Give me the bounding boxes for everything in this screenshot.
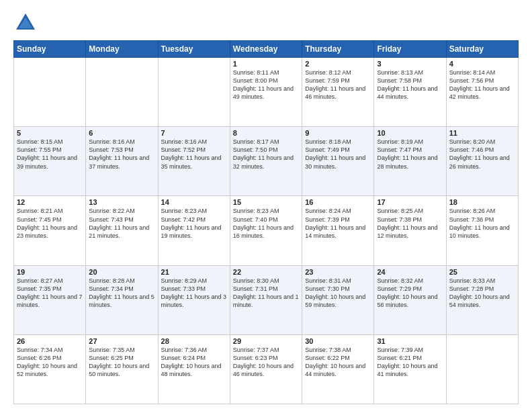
weekday-header-tuesday: Tuesday <box>158 41 230 58</box>
day-number: 9 <box>305 129 371 137</box>
weekday-header-friday: Friday <box>374 41 446 58</box>
day-info: Sunrise: 8:11 AM Sunset: 8:00 PM Dayligh… <box>233 68 299 101</box>
day-info: Sunrise: 8:14 AM Sunset: 7:56 PM Dayligh… <box>449 68 515 101</box>
day-cell: 26Sunrise: 7:34 AM Sunset: 6:26 PM Dayli… <box>14 334 86 404</box>
day-cell <box>446 334 518 404</box>
day-number: 24 <box>377 268 443 276</box>
day-number: 12 <box>17 198 83 206</box>
weekday-header-thursday: Thursday <box>302 41 374 58</box>
day-cell: 20Sunrise: 8:28 AM Sunset: 7:34 PM Dayli… <box>86 265 158 334</box>
day-info: Sunrise: 7:37 AM Sunset: 6:23 PM Dayligh… <box>233 346 299 379</box>
day-info: Sunrise: 7:39 AM Sunset: 6:21 PM Dayligh… <box>377 346 443 379</box>
weekday-header-wednesday: Wednesday <box>230 41 302 58</box>
day-info: Sunrise: 8:13 AM Sunset: 7:58 PM Dayligh… <box>377 68 443 101</box>
day-info: Sunrise: 8:28 AM Sunset: 7:34 PM Dayligh… <box>89 277 154 310</box>
day-number: 7 <box>161 129 227 137</box>
page: SundayMondayTuesdayWednesdayThursdayFrid… <box>0 0 532 411</box>
day-info: Sunrise: 8:15 AM Sunset: 7:55 PM Dayligh… <box>17 138 83 171</box>
day-number: 23 <box>305 268 371 276</box>
day-cell: 28Sunrise: 7:36 AM Sunset: 6:24 PM Dayli… <box>158 334 230 404</box>
day-info: Sunrise: 8:33 AM Sunset: 7:28 PM Dayligh… <box>449 277 515 310</box>
day-cell: 5Sunrise: 8:15 AM Sunset: 7:55 PM Daylig… <box>14 127 86 196</box>
day-cell: 29Sunrise: 7:37 AM Sunset: 6:23 PM Dayli… <box>230 334 302 404</box>
day-number: 15 <box>233 198 299 206</box>
logo <box>13 11 42 35</box>
day-info: Sunrise: 8:16 AM Sunset: 7:53 PM Dayligh… <box>89 138 154 171</box>
day-info: Sunrise: 7:34 AM Sunset: 6:26 PM Dayligh… <box>17 346 83 379</box>
day-number: 4 <box>449 60 515 68</box>
day-number: 8 <box>233 129 299 137</box>
day-number: 11 <box>449 129 515 137</box>
day-cell: 10Sunrise: 8:19 AM Sunset: 7:47 PM Dayli… <box>374 127 446 196</box>
day-number: 31 <box>377 337 443 345</box>
day-cell: 15Sunrise: 8:23 AM Sunset: 7:40 PM Dayli… <box>230 196 302 265</box>
day-number: 6 <box>89 129 154 137</box>
weekday-header-row: SundayMondayTuesdayWednesdayThursdayFrid… <box>14 41 519 58</box>
day-info: Sunrise: 8:18 AM Sunset: 7:49 PM Dayligh… <box>305 138 371 171</box>
week-row-2: 5Sunrise: 8:15 AM Sunset: 7:55 PM Daylig… <box>14 127 519 196</box>
weekday-header-sunday: Sunday <box>14 41 86 58</box>
day-info: Sunrise: 8:26 AM Sunset: 7:36 PM Dayligh… <box>449 207 515 240</box>
day-number: 2 <box>305 60 371 68</box>
day-info: Sunrise: 8:23 AM Sunset: 7:42 PM Dayligh… <box>161 207 227 240</box>
day-info: Sunrise: 7:36 AM Sunset: 6:24 PM Dayligh… <box>161 346 227 379</box>
day-info: Sunrise: 8:23 AM Sunset: 7:40 PM Dayligh… <box>233 207 299 240</box>
day-cell: 22Sunrise: 8:30 AM Sunset: 7:31 PM Dayli… <box>230 265 302 334</box>
day-number: 5 <box>17 129 83 137</box>
day-number: 16 <box>305 198 371 206</box>
day-info: Sunrise: 8:24 AM Sunset: 7:39 PM Dayligh… <box>305 207 371 240</box>
week-row-5: 26Sunrise: 7:34 AM Sunset: 6:26 PM Dayli… <box>14 334 519 404</box>
day-cell: 23Sunrise: 8:31 AM Sunset: 7:30 PM Dayli… <box>302 265 374 334</box>
day-cell: 6Sunrise: 8:16 AM Sunset: 7:53 PM Daylig… <box>86 127 158 196</box>
day-info: Sunrise: 8:20 AM Sunset: 7:46 PM Dayligh… <box>449 138 515 171</box>
day-info: Sunrise: 8:17 AM Sunset: 7:50 PM Dayligh… <box>233 138 299 171</box>
weekday-header-saturday: Saturday <box>446 41 518 58</box>
day-info: Sunrise: 8:22 AM Sunset: 7:43 PM Dayligh… <box>89 207 154 240</box>
day-cell: 21Sunrise: 8:29 AM Sunset: 7:33 PM Dayli… <box>158 265 230 334</box>
day-number: 26 <box>17 337 83 345</box>
header <box>13 11 519 35</box>
week-row-3: 12Sunrise: 8:21 AM Sunset: 7:45 PM Dayli… <box>14 196 519 265</box>
day-info: Sunrise: 8:25 AM Sunset: 7:38 PM Dayligh… <box>377 207 443 240</box>
day-info: Sunrise: 8:19 AM Sunset: 7:47 PM Dayligh… <box>377 138 443 171</box>
day-cell <box>158 58 230 127</box>
day-cell: 30Sunrise: 7:38 AM Sunset: 6:22 PM Dayli… <box>302 334 374 404</box>
week-row-1: 1Sunrise: 8:11 AM Sunset: 8:00 PM Daylig… <box>14 58 519 127</box>
day-info: Sunrise: 8:16 AM Sunset: 7:52 PM Dayligh… <box>161 138 227 171</box>
day-cell: 1Sunrise: 8:11 AM Sunset: 8:00 PM Daylig… <box>230 58 302 127</box>
day-number: 28 <box>161 337 227 345</box>
day-number: 25 <box>449 268 515 276</box>
day-cell: 13Sunrise: 8:22 AM Sunset: 7:43 PM Dayli… <box>86 196 158 265</box>
day-cell <box>86 58 158 127</box>
day-cell: 24Sunrise: 8:32 AM Sunset: 7:29 PM Dayli… <box>374 265 446 334</box>
day-cell: 14Sunrise: 8:23 AM Sunset: 7:42 PM Dayli… <box>158 196 230 265</box>
day-cell: 3Sunrise: 8:13 AM Sunset: 7:58 PM Daylig… <box>374 58 446 127</box>
day-cell: 17Sunrise: 8:25 AM Sunset: 7:38 PM Dayli… <box>374 196 446 265</box>
day-number: 21 <box>161 268 227 276</box>
day-info: Sunrise: 7:35 AM Sunset: 6:25 PM Dayligh… <box>89 346 154 379</box>
day-number: 30 <box>305 337 371 345</box>
logo-icon <box>13 11 38 35</box>
day-info: Sunrise: 8:12 AM Sunset: 7:59 PM Dayligh… <box>305 68 371 101</box>
day-cell: 31Sunrise: 7:39 AM Sunset: 6:21 PM Dayli… <box>374 334 446 404</box>
day-info: Sunrise: 8:21 AM Sunset: 7:45 PM Dayligh… <box>17 207 83 240</box>
day-number: 27 <box>89 337 154 345</box>
day-cell: 11Sunrise: 8:20 AM Sunset: 7:46 PM Dayli… <box>446 127 518 196</box>
day-cell <box>14 58 86 127</box>
day-cell: 12Sunrise: 8:21 AM Sunset: 7:45 PM Dayli… <box>14 196 86 265</box>
day-cell: 18Sunrise: 8:26 AM Sunset: 7:36 PM Dayli… <box>446 196 518 265</box>
day-cell: 25Sunrise: 8:33 AM Sunset: 7:28 PM Dayli… <box>446 265 518 334</box>
day-cell: 27Sunrise: 7:35 AM Sunset: 6:25 PM Dayli… <box>86 334 158 404</box>
day-number: 20 <box>89 268 154 276</box>
day-number: 22 <box>233 268 299 276</box>
day-cell: 2Sunrise: 8:12 AM Sunset: 7:59 PM Daylig… <box>302 58 374 127</box>
day-cell: 9Sunrise: 8:18 AM Sunset: 7:49 PM Daylig… <box>302 127 374 196</box>
day-cell: 7Sunrise: 8:16 AM Sunset: 7:52 PM Daylig… <box>158 127 230 196</box>
day-cell: 8Sunrise: 8:17 AM Sunset: 7:50 PM Daylig… <box>230 127 302 196</box>
day-number: 14 <box>161 198 227 206</box>
day-info: Sunrise: 7:38 AM Sunset: 6:22 PM Dayligh… <box>305 346 371 379</box>
day-cell: 16Sunrise: 8:24 AM Sunset: 7:39 PM Dayli… <box>302 196 374 265</box>
day-number: 3 <box>377 60 443 68</box>
day-info: Sunrise: 8:27 AM Sunset: 7:35 PM Dayligh… <box>17 277 83 310</box>
day-number: 10 <box>377 129 443 137</box>
